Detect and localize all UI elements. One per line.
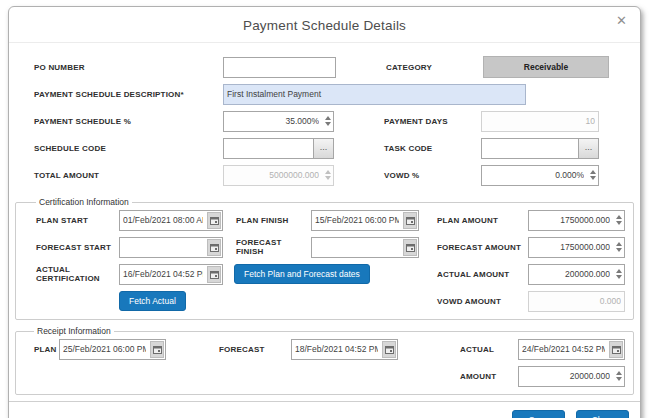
save-button[interactable]: Save <box>512 410 565 418</box>
actual-amount-spinner[interactable] <box>613 265 624 284</box>
total-amount-spinner <box>322 166 333 185</box>
plan-start-input[interactable] <box>120 211 206 230</box>
vowd-pct-field <box>481 165 599 186</box>
receipt-amount-spinner[interactable] <box>613 367 624 386</box>
spinner-down-icon[interactable] <box>616 377 622 381</box>
actual-amount-input[interactable] <box>529 265 613 284</box>
spinner-down-icon <box>325 176 331 180</box>
spinner-up-icon[interactable] <box>325 116 331 120</box>
receipt-forecast-calendar-button[interactable] <box>382 341 396 358</box>
schedule-code-lookup-button[interactable]: ... <box>313 139 333 158</box>
payment-schedule-pct-spinner[interactable] <box>322 112 333 131</box>
forecast-finish-calendar-button[interactable] <box>403 239 417 256</box>
total-amount-input <box>224 166 322 185</box>
vowd-pct-spinner[interactable] <box>587 166 598 185</box>
task-code-lookup-button[interactable]: ... <box>578 139 598 158</box>
receipt-plan-calendar-button[interactable] <box>150 341 164 358</box>
fetch-plan-forecast-button[interactable]: Fetch Plan and Forecast dates <box>234 264 370 284</box>
spinner-down-icon[interactable] <box>590 176 596 180</box>
calendar-icon <box>210 270 219 279</box>
description-input[interactable] <box>224 85 525 104</box>
receipt-forecast-input[interactable] <box>292 340 381 359</box>
po-number-label: PO NUMBER <box>34 63 223 72</box>
forecast-finish-field <box>311 237 419 258</box>
row-actual-certification: ACTUAL CERTIFICATION Fetch Plan and Fore… <box>36 263 625 285</box>
payment-schedule-details-dialog: Payment Schedule Details ✕ PO NUMBER CAT… <box>8 6 641 418</box>
row-po-category: PO NUMBER CATEGORY Receivable <box>34 56 616 78</box>
plan-finish-input[interactable] <box>312 211 402 230</box>
description-label: PAYMENT SCHEDULE DESCRIPTION* <box>34 90 223 99</box>
description-field <box>223 84 526 105</box>
spinner-down-icon[interactable] <box>616 275 622 279</box>
calendar-icon <box>406 216 415 225</box>
total-amount-label: TOTAL AMOUNT <box>34 171 223 180</box>
fetch-actual-button[interactable]: Fetch Actual <box>119 291 186 311</box>
calendar-icon <box>153 345 162 354</box>
close-icon[interactable]: ✕ <box>616 14 627 27</box>
actual-amount-label: ACTUAL AMOUNT <box>437 270 528 279</box>
main-form: PO NUMBER CATEGORY Receivable PAYMENT SC… <box>9 43 640 197</box>
calendar-icon <box>385 345 394 354</box>
calendar-icon <box>210 216 219 225</box>
actual-amount-group: ACTUAL AMOUNT <box>437 264 625 285</box>
actual-certification-calendar-button[interactable] <box>207 266 221 283</box>
dialog-titlebar: Payment Schedule Details ✕ <box>9 7 640 43</box>
spinner-up-icon[interactable] <box>616 215 622 219</box>
spinner-up-icon[interactable] <box>616 269 622 273</box>
po-number-input[interactable] <box>224 58 335 77</box>
vowd-pct-label: VOWD % <box>384 171 481 180</box>
payment-schedule-pct-input[interactable] <box>224 112 322 131</box>
row-schedule-pct-days: PAYMENT SCHEDULE % PAYMENT DAYS <box>34 110 616 132</box>
receipt-forecast-field <box>291 339 398 360</box>
forecast-start-calendar-button[interactable] <box>207 239 221 256</box>
actual-certification-field <box>119 264 223 285</box>
calendar-icon <box>406 243 415 252</box>
plan-start-label: PLAN START <box>36 216 119 225</box>
row-fetch-actual: Fetch Actual VOWD AMOUNT <box>36 290 625 312</box>
forecast-start-input[interactable] <box>120 238 206 257</box>
spinner-up-icon[interactable] <box>616 371 622 375</box>
spinner-down-icon[interactable] <box>616 248 622 252</box>
plan-amount-group: PLAN AMOUNT <box>437 210 625 231</box>
plan-finish-field <box>311 210 419 231</box>
plan-start-calendar-button[interactable] <box>207 212 221 229</box>
forecast-amount-spinner[interactable] <box>613 238 624 257</box>
receipt-actual-group: ACTUAL <box>460 339 625 360</box>
forecast-finish-input[interactable] <box>312 238 402 257</box>
receipt-amount-input[interactable] <box>519 367 613 386</box>
row-description: PAYMENT SCHEDULE DESCRIPTION* <box>34 83 616 105</box>
actual-certification-input[interactable] <box>120 265 206 284</box>
row-totals: TOTAL AMOUNT VOWD % <box>34 164 616 186</box>
receipt-plan-label: PLAN <box>34 345 59 354</box>
plan-amount-spinner[interactable] <box>613 211 624 230</box>
receipt-actual-input[interactable] <box>519 340 608 359</box>
forecast-amount-input[interactable] <box>529 238 613 257</box>
spinner-down-icon[interactable] <box>616 221 622 225</box>
task-code-input[interactable] <box>482 139 578 158</box>
receipt-section: Receipt Information PLAN FORECAST ACTUAL <box>15 326 634 395</box>
forecast-start-field <box>119 237 223 258</box>
spinner-up-icon[interactable] <box>616 242 622 246</box>
receipt-actual-field <box>518 339 625 360</box>
receipt-actual-calendar-button[interactable] <box>609 341 623 358</box>
schedule-code-label: SCHEDULE CODE <box>34 144 223 153</box>
category-value-badge[interactable]: Receivable <box>483 56 609 78</box>
forecast-finish-label: FORECAST FINISH <box>236 238 311 256</box>
forecast-amount-field <box>528 237 625 258</box>
plan-amount-input[interactable] <box>529 211 613 230</box>
actual-amount-field <box>528 264 625 285</box>
spinner-down-icon[interactable] <box>325 122 331 126</box>
receipt-section-title: Receipt Information <box>34 326 114 336</box>
vowd-pct-input[interactable] <box>482 166 587 185</box>
close-button[interactable]: Close <box>576 410 629 418</box>
schedule-code-field: ... <box>223 138 334 159</box>
calendar-icon <box>612 345 621 354</box>
spinner-up-icon[interactable] <box>590 170 596 174</box>
receipt-forecast-label: FORECAST <box>219 345 291 354</box>
payment-days-input <box>482 112 598 131</box>
schedule-code-input[interactable] <box>224 139 313 158</box>
receipt-plan-input[interactable] <box>60 340 149 359</box>
dialog-footer: Save Close <box>9 401 640 418</box>
plan-finish-calendar-button[interactable] <box>403 212 417 229</box>
vowd-amount-field <box>528 291 625 312</box>
